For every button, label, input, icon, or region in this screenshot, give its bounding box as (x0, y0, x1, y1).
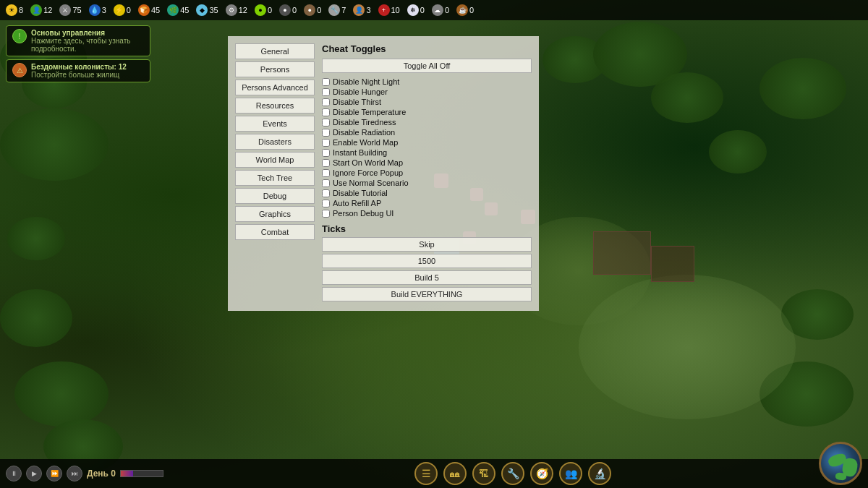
checkbox-auto-refill-input[interactable] (322, 200, 330, 207)
globe-minimap[interactable] (819, 442, 862, 485)
resource-morale: ☕ 0 (454, 4, 477, 16)
play-button[interactable]: ▶ (26, 466, 42, 481)
checkbox-hunger-label: Disable Hunger (333, 87, 388, 96)
bottom-bar: ⏸ ▶ ⏩ ⏭ День 0 ☰ 🏘 🏗 🔧 🧭 👥 🔬 (0, 459, 868, 488)
checkbox-tiredness-input[interactable] (322, 119, 330, 127)
happiness-icon: ☀ (6, 4, 17, 16)
notification-homeless[interactable]: ⚠ Бездомные колонисты: 12 Постройте боль… (6, 59, 150, 82)
population-icon: 👤 (30, 4, 42, 16)
bottom-people-button[interactable]: 👥 (559, 462, 582, 485)
checkbox-auto-refill-label: Auto Refill AP (333, 199, 381, 207)
soldiers-icon: ⚔ (59, 4, 71, 16)
bottom-menu-button[interactable]: ☰ (414, 462, 438, 485)
menu-btn-tech-tree[interactable]: Tech Tree (235, 170, 315, 186)
tools-icon: 🔧 (328, 4, 340, 16)
checkbox-person-debug-input[interactable] (322, 210, 330, 218)
skip-button-bottom[interactable]: ⏭ (67, 466, 82, 481)
checkbox-disable-hunger: Disable Hunger (322, 87, 532, 96)
build-everything-button[interactable]: Build EVERYTHING (322, 287, 532, 301)
checkbox-tutorial-label: Disable Tutorial (333, 189, 388, 197)
checkbox-tiredness-label: Disable Tiredness (333, 118, 396, 127)
checkbox-person-debug-ui: Person Debug UI (322, 209, 532, 218)
resource-workers: 👤 3 (350, 4, 373, 16)
resource-energy: ⚡ 0 (111, 4, 134, 16)
menu-btn-resources[interactable]: Resources (235, 98, 315, 114)
menu-btn-debug[interactable]: Debug (235, 188, 315, 204)
checkbox-normal-scenario-input[interactable] (322, 179, 330, 187)
ticks-section: Ticks Skip Build 5 Build EVERYTHING (322, 223, 532, 301)
bottom-explore-button[interactable]: 🧭 (530, 462, 553, 485)
ticks-input[interactable] (322, 254, 532, 268)
food-icon: 🍞 (138, 4, 150, 16)
resource-herbs: 🌿 45 (164, 4, 192, 16)
checkbox-tutorial-input[interactable] (322, 189, 330, 197)
parts-icon: ⚙ (226, 4, 237, 16)
cold-icon: ❄ (407, 4, 419, 16)
day-progress-bar (120, 470, 163, 477)
day-progress-fill (121, 471, 133, 476)
build-five-button[interactable]: Build 5 (322, 270, 532, 285)
checkbox-temperature-label: Disable Temperature (333, 108, 406, 116)
resource-soldiers: ⚔ 75 (56, 4, 84, 16)
checkbox-start-world-map-input[interactable] (322, 159, 330, 167)
bottom-manage-button[interactable]: 🔧 (501, 462, 524, 485)
pause-button[interactable]: ⏸ (6, 466, 22, 481)
cheat-content-panel: Cheat Toggles Toggle All Off Disable Nig… (322, 43, 532, 304)
checkbox-world-map-label: Enable World Map (333, 138, 398, 147)
resource-tools: 🔧 7 (326, 4, 349, 16)
mineral-icon: ● (304, 4, 315, 16)
resource-population: 👤 12 (27, 4, 55, 16)
resource-mineral: ● 0 (301, 4, 324, 16)
checkbox-force-popup-input[interactable] (322, 169, 330, 177)
checkbox-night-light-input[interactable] (322, 78, 330, 86)
homeless-notif-title: Бездомные колонисты: 12 (31, 63, 127, 71)
checkbox-night-light-label: Disable Night Light (333, 77, 399, 86)
checkbox-thirst-label: Disable Thirst (333, 98, 381, 106)
bottom-colony-button[interactable]: 🏘 (443, 462, 467, 485)
checkbox-enable-world-map: Enable World Map (322, 138, 532, 147)
checkbox-thirst-input[interactable] (322, 98, 330, 106)
menu-btn-persons[interactable]: Persons (235, 61, 315, 77)
bottom-research-button[interactable]: 🔬 (588, 462, 611, 485)
menu-btn-persons-advanced[interactable]: Persons Advanced (235, 80, 315, 95)
checkbox-hunger-input[interactable] (322, 88, 330, 96)
tutorial-notif-icon: ! (12, 29, 27, 43)
checkbox-instant-building-input[interactable] (322, 149, 330, 157)
menu-btn-disasters[interactable]: Disasters (235, 134, 315, 150)
checkbox-start-world-map-label: Start On World Map (333, 158, 403, 167)
menu-btn-events[interactable]: Events (235, 116, 315, 132)
cheat-panel: General Persons Persons Advanced Resourc… (228, 36, 539, 311)
tutorial-notif-subtitle: Нажмите здесь, чтобы узнать подробности. (31, 37, 144, 53)
menu-btn-general[interactable]: General (235, 43, 315, 59)
oil-icon: ● (279, 4, 291, 16)
water-icon: 💧 (89, 4, 101, 16)
checkbox-ignore-force-popup: Ignore Force Popup (322, 168, 532, 177)
checkbox-radiation-label: Disable Radiation (333, 128, 395, 137)
resource-food: 🍞 45 (135, 4, 163, 16)
notification-tutorial[interactable]: ! Основы управления Нажмите здесь, чтобы… (6, 25, 150, 56)
radiation-icon: ☁ (432, 4, 443, 16)
checkbox-temperature-input[interactable] (322, 108, 330, 116)
crystals-icon: ◆ (196, 4, 208, 16)
menu-btn-world-map[interactable]: World Map (235, 152, 315, 168)
checkbox-person-debug-label: Person Debug UI (333, 209, 393, 218)
morale-icon: ☕ (456, 4, 468, 16)
checkbox-radiation-input[interactable] (322, 129, 330, 137)
checkbox-auto-refill-ap: Auto Refill AP (322, 199, 532, 207)
bottom-build-button[interactable]: 🏗 (472, 462, 495, 485)
checkbox-world-map-input[interactable] (322, 139, 330, 147)
toggle-all-button[interactable]: Toggle All Off (322, 59, 532, 73)
skip-button[interactable]: Skip (322, 237, 532, 252)
ticks-title: Ticks (322, 223, 532, 234)
tutorial-notif-title: Основы управления (31, 29, 144, 37)
checkbox-use-normal-scenario: Use Normal Scenario (322, 179, 532, 187)
checkbox-instant-building-label: Instant Building (333, 148, 387, 157)
menu-btn-combat[interactable]: Combat (235, 224, 315, 240)
bottom-center-controls: ☰ 🏘 🏗 🔧 🧭 👥 🔬 (163, 462, 862, 485)
menu-btn-graphics[interactable]: Graphics (235, 206, 315, 222)
resource-health: + 10 (375, 4, 403, 16)
cheat-section-title: Cheat Toggles (322, 43, 532, 54)
checkbox-normal-scenario-label: Use Normal Scenario (333, 179, 409, 187)
health-icon: + (378, 4, 390, 16)
fast-forward-button[interactable]: ⏩ (46, 466, 62, 481)
